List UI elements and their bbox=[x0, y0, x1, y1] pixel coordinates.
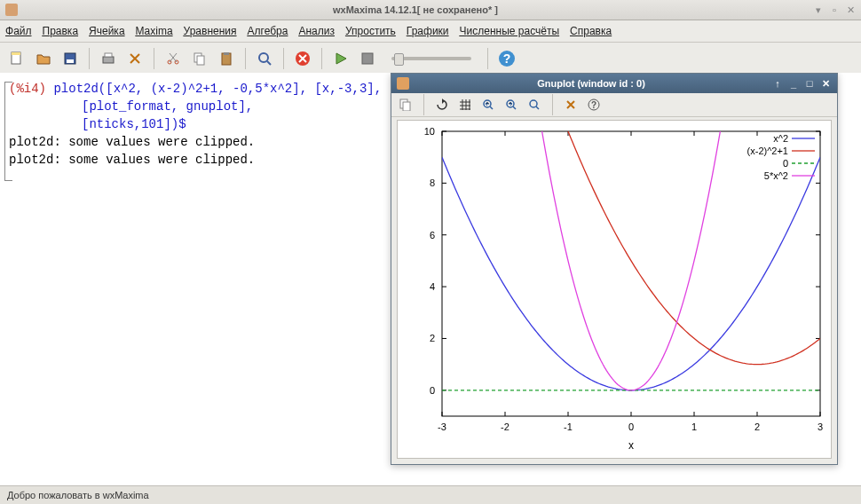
save-icon[interactable] bbox=[59, 47, 82, 70]
svg-text:2: 2 bbox=[754, 421, 760, 432]
svg-text:8: 8 bbox=[430, 177, 435, 188]
toolbar: ? bbox=[0, 43, 861, 75]
menu-file[interactable]: Файл bbox=[5, 25, 32, 37]
separator bbox=[154, 48, 154, 69]
svg-text:3: 3 bbox=[818, 421, 823, 432]
cell-bracket[interactable] bbox=[4, 82, 12, 181]
svg-text:(x-2)^2+1: (x-2)^2+1 bbox=[747, 146, 788, 156]
menu-analysis[interactable]: Анализ bbox=[298, 25, 335, 37]
svg-rect-18 bbox=[403, 102, 410, 111]
gnuplot-icon bbox=[397, 77, 409, 90]
search-icon[interactable] bbox=[253, 47, 276, 70]
menu-maxima[interactable]: Maxima bbox=[136, 25, 173, 37]
menu-equations[interactable]: Уравнения bbox=[184, 25, 237, 37]
svg-rect-5 bbox=[105, 53, 112, 57]
paste-icon[interactable] bbox=[215, 47, 238, 70]
svg-rect-14 bbox=[362, 53, 373, 64]
svg-text:1: 1 bbox=[691, 421, 697, 432]
maximize-button[interactable]: ▫ bbox=[829, 4, 840, 15]
slider[interactable] bbox=[391, 57, 471, 60]
svg-text:x: x bbox=[628, 439, 634, 452]
main-titlebar: wxMaxima 14.12.1[ не сохранено* ] ▾ ▫ ✕ bbox=[0, 0, 861, 20]
svg-text:4: 4 bbox=[430, 281, 435, 292]
open-icon[interactable] bbox=[32, 47, 55, 70]
gp-refresh-icon[interactable] bbox=[433, 96, 451, 114]
separator bbox=[321, 48, 322, 69]
svg-text:?: ? bbox=[591, 100, 596, 110]
window-title: wxMaxima 14.12.1[ не сохранено* ] bbox=[23, 4, 808, 15]
document-area[interactable]: (%i4) plot2d([x^2, (x-2)^2+1, -0,5*x^2],… bbox=[0, 73, 861, 486]
app-icon bbox=[5, 4, 18, 16]
svg-text:0: 0 bbox=[783, 158, 788, 169]
statusbar: Добро пожаловать в wxMaxima bbox=[0, 485, 861, 504]
gp-autoscale-icon[interactable] bbox=[525, 96, 543, 114]
svg-rect-3 bbox=[67, 59, 74, 63]
separator bbox=[89, 48, 90, 69]
gp-zoom-prev-icon[interactable] bbox=[479, 96, 497, 114]
separator bbox=[245, 48, 246, 69]
svg-text:10: 10 bbox=[424, 126, 435, 137]
menu-simplify[interactable]: Упростить bbox=[345, 25, 396, 37]
menu-algebra[interactable]: Алгебра bbox=[248, 25, 288, 37]
gnuplot-minimize-button[interactable]: _ bbox=[787, 77, 800, 90]
svg-text:2: 2 bbox=[430, 333, 435, 343]
input-prompt: (%i4) bbox=[9, 82, 46, 96]
options-icon[interactable] bbox=[123, 47, 146, 70]
status-text: Добро пожаловать в wxMaxima bbox=[7, 490, 149, 500]
menu-edit[interactable]: Правка bbox=[43, 25, 79, 37]
new-icon[interactable] bbox=[5, 47, 28, 70]
svg-point-12 bbox=[259, 53, 268, 62]
svg-text:-2: -2 bbox=[501, 421, 509, 432]
separator bbox=[283, 48, 284, 69]
menu-graphics[interactable]: Графики bbox=[407, 25, 449, 37]
gnuplot-close-button[interactable]: ✕ bbox=[819, 77, 832, 90]
close-button[interactable]: ✕ bbox=[845, 4, 856, 15]
svg-text:?: ? bbox=[503, 51, 511, 66]
svg-rect-11 bbox=[224, 52, 229, 55]
run-icon[interactable] bbox=[329, 47, 352, 70]
help-icon[interactable]: ? bbox=[495, 47, 518, 70]
gp-copy-icon[interactable] bbox=[397, 96, 415, 114]
svg-text:0: 0 bbox=[628, 421, 634, 432]
print-icon[interactable] bbox=[97, 47, 120, 70]
svg-rect-4 bbox=[103, 57, 114, 63]
menubar: Файл Правка Ячейка Maxima Уравнения Алге… bbox=[0, 20, 861, 43]
run-all-icon[interactable] bbox=[356, 47, 379, 70]
gp-help-icon[interactable]: ? bbox=[585, 96, 603, 114]
svg-rect-9 bbox=[197, 56, 204, 65]
gnuplot-title: Gnuplot (window id : 0) bbox=[415, 78, 768, 89]
svg-text:0: 0 bbox=[430, 385, 435, 396]
svg-text:x^2: x^2 bbox=[773, 133, 788, 144]
svg-point-21 bbox=[530, 100, 537, 107]
minimize-button[interactable]: ▾ bbox=[813, 4, 824, 15]
menu-numeric[interactable]: Численные расчёты bbox=[460, 25, 560, 37]
separator bbox=[552, 94, 553, 115]
gp-grid-icon[interactable] bbox=[456, 96, 474, 114]
gnuplot-toolbar: ? bbox=[391, 93, 837, 117]
gnuplot-window[interactable]: Gnuplot (window id : 0) ↑ _ □ ✕ ? -3-2-1… bbox=[391, 73, 838, 465]
svg-text:-3: -3 bbox=[438, 421, 446, 432]
menu-cell[interactable]: Ячейка bbox=[89, 25, 125, 37]
svg-text:6: 6 bbox=[430, 230, 435, 240]
gnuplot-pin-button[interactable]: ↑ bbox=[771, 77, 784, 90]
svg-rect-1 bbox=[12, 52, 20, 55]
gp-config-icon[interactable] bbox=[562, 96, 580, 114]
menu-help[interactable]: Справка bbox=[570, 25, 612, 37]
svg-text:5*x^2: 5*x^2 bbox=[764, 170, 788, 181]
input-line2: [plot_format, gnuplot], bbox=[82, 99, 253, 114]
gp-zoom-next-icon[interactable] bbox=[502, 96, 520, 114]
input-line3: [nticks,101])$ bbox=[82, 117, 186, 131]
cut-icon[interactable] bbox=[162, 47, 185, 70]
svg-text:-1: -1 bbox=[564, 421, 573, 432]
stop-icon[interactable] bbox=[291, 47, 314, 70]
gnuplot-maximize-button[interactable]: □ bbox=[803, 77, 816, 90]
gnuplot-titlebar[interactable]: Gnuplot (window id : 0) ↑ _ □ ✕ bbox=[391, 74, 837, 93]
gnuplot-plot-area: -3-2-101230246810xx^2(x-2)^2+105*x^2 bbox=[397, 120, 832, 459]
separator bbox=[487, 48, 488, 69]
copy-icon[interactable] bbox=[188, 47, 211, 70]
separator bbox=[423, 94, 424, 115]
